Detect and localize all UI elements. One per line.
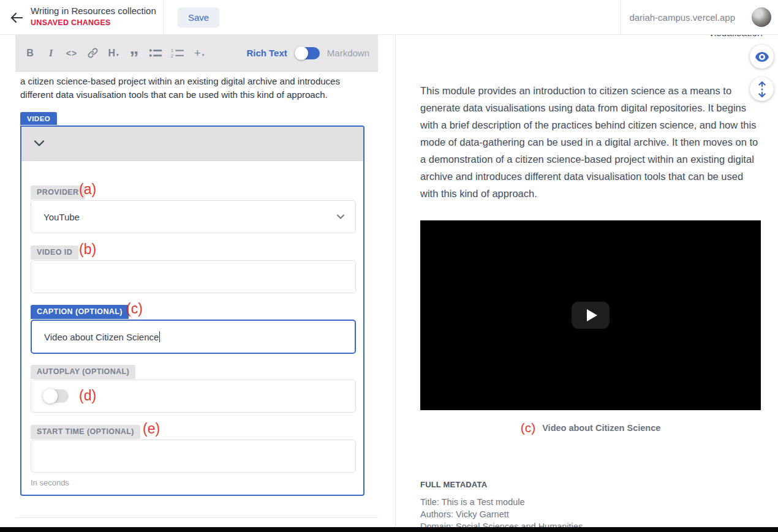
annotation-c: (c) [126,301,143,317]
page-title: Writing in Resources collection [31,5,156,17]
editor-mode-switch: Rich Text Markdown [246,47,369,59]
top-bar: Writing in Resources collection UNSAVED … [0,0,778,35]
richtext-toolbar: B I <> H▾ ” 1 2 +▾ [15,35,378,72]
annotation-e: (e) [143,421,160,436]
full-metadata-block: FULL METADATA Title: This is a Test modu… [420,480,583,527]
numbered-list-icon[interactable]: 1 2 [171,45,184,61]
text-cursor [159,331,160,342]
mode-toggle-switch[interactable] [295,47,320,59]
link-icon[interactable] [86,45,99,61]
annotation-b: (b) [79,241,96,257]
heading-icon[interactable]: H▾ [107,45,119,61]
clipped-heading-text: visualisation [709,35,763,39]
video-id-label: VIDEO ID [31,245,78,260]
add-block-icon[interactable]: +▾ [193,45,205,61]
metadata-heading: FULL METADATA [420,480,583,489]
video-caption-row: (c) Video about Citizen Science [420,421,761,435]
bold-icon[interactable]: B [24,45,36,61]
scroll-sync-icon [757,81,767,97]
annotation-d: (d) [79,388,96,403]
chevron-down-icon [336,212,346,222]
save-button[interactable]: Save [178,7,219,28]
site-url-link[interactable]: dariah-campus.vercel.app [629,12,735,23]
play-button-icon[interactable] [572,302,610,329]
start-time-hint: In seconds [31,478,69,487]
richtext-mode-label[interactable]: Rich Text [246,48,287,58]
svg-text:2: 2 [171,53,173,59]
quote-icon[interactable]: ” [128,50,140,66]
preview-paragraph: This module provides an introduction to … [420,82,763,202]
bulleted-list-icon[interactable] [149,45,162,61]
autoplay-toggle[interactable] [43,389,69,403]
editor-card-bottom-border [15,517,378,518]
back-arrow-icon[interactable] [9,10,25,26]
unsaved-changes-badge: UNSAVED CHANGES [31,18,156,27]
code-icon[interactable]: <> [66,45,78,61]
widget-collapse-header[interactable] [21,127,363,161]
annotation-c-preview: (c) [521,421,536,435]
start-time-label: START TIME (OPTIONAL) [31,425,140,439]
caption-input[interactable]: Video about Citizen Science [31,320,356,354]
svg-text:1: 1 [171,48,173,53]
editor-paragraph[interactable]: a citizen science-based project within a… [20,75,366,102]
video-widget: PROVIDER (a) YouTube VIDEO ID (b) CAPTIO… [20,126,364,496]
provider-select[interactable]: YouTube [31,200,356,233]
video-player[interactable] [420,220,761,410]
chevron-down-icon [34,140,45,147]
eye-icon [755,51,769,62]
autoplay-label: AUTOPLAY (OPTIONAL) [31,365,135,379]
user-avatar[interactable] [752,7,771,27]
scroll-sync-button[interactable] [750,77,774,101]
video-id-input[interactable] [31,260,356,293]
metadata-authors: Authors: Vicky Garnett [420,508,583,520]
provider-label: PROVIDER [31,185,85,200]
cms-editor-window: Writing in Resources collection UNSAVED … [0,0,778,532]
toggle-preview-button[interactable] [750,45,774,69]
topbar-divider [620,0,621,35]
markdown-mode-label[interactable]: Markdown [327,48,369,58]
preview-pane: visualisation This module provides an in… [396,35,778,527]
caption-label: CAPTION (OPTIONAL) [31,305,129,319]
bottom-black-bar [0,527,778,532]
document-title-block: Writing in Resources collection UNSAVED … [31,5,156,27]
video-caption: Video about Citizen Science [542,423,660,433]
italic-icon[interactable]: I [45,45,57,61]
annotation-a: (a) [79,181,96,197]
video-widget-tag: VIDEO [20,112,57,125]
metadata-domain: Domain: Social Sciences and Humanities [420,520,583,527]
metadata-title: Title: This is a Test module [420,496,583,508]
start-time-input[interactable] [31,440,356,473]
topbar-divider [164,0,164,35]
